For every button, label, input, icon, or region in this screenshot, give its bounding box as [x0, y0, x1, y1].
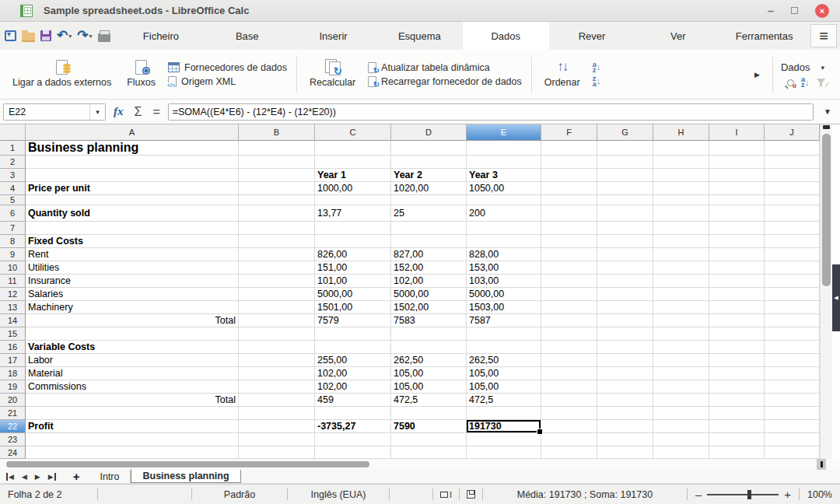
cell-G15[interactable]: [597, 327, 653, 341]
last-sheet-button[interactable]: ▶: [48, 473, 56, 481]
cell-A19[interactable]: Commissions: [26, 380, 239, 394]
expand-formula-bar-icon[interactable]: ▼: [818, 107, 837, 116]
cell-D5[interactable]: [391, 195, 467, 205]
cell-C15[interactable]: [315, 327, 391, 341]
cell-B17[interactable]: [239, 354, 315, 367]
cell-B21[interactable]: [239, 407, 315, 420]
row-header-11[interactable]: 11: [0, 275, 26, 288]
cell-C14[interactable]: 7579: [315, 314, 391, 327]
cell-B10[interactable]: [239, 261, 315, 275]
cell-F14[interactable]: [541, 314, 597, 327]
row-header-9[interactable]: 9: [0, 248, 26, 261]
cell-H13[interactable]: [653, 301, 709, 314]
cell-J11[interactable]: [765, 275, 820, 288]
cell-A11[interactable]: Insurance: [26, 275, 239, 288]
cell-E5[interactable]: [467, 195, 541, 205]
row-header-23[interactable]: 23: [0, 433, 26, 446]
cell-F2[interactable]: [541, 156, 597, 169]
cell-B14[interactable]: [239, 314, 315, 327]
cell-C10[interactable]: 151,00: [315, 261, 391, 275]
cell-B3[interactable]: [239, 169, 315, 182]
cell-G5[interactable]: [597, 195, 653, 205]
redo-dropdown-icon[interactable]: ▾: [89, 33, 93, 40]
column-header-F[interactable]: F: [541, 124, 597, 141]
cell-F7[interactable]: [541, 222, 597, 235]
cell-F20[interactable]: [541, 394, 597, 407]
cell-D23[interactable]: [391, 433, 467, 446]
tab-esquema[interactable]: Esquema: [376, 22, 463, 50]
zoom-in-button[interactable]: +: [784, 488, 791, 501]
zoom-slider-thumb[interactable]: [747, 490, 751, 499]
cell-C24[interactable]: [315, 446, 391, 459]
cell-I1[interactable]: [709, 141, 765, 156]
cell-G24[interactable]: [597, 446, 653, 459]
cell-H11[interactable]: [653, 275, 709, 288]
row-header-5[interactable]: 5: [0, 195, 26, 205]
cell-I6[interactable]: [709, 205, 765, 222]
cell-H3[interactable]: [653, 169, 709, 182]
cell-C6[interactable]: 13,77: [315, 205, 391, 222]
column-header-A[interactable]: A: [26, 124, 239, 141]
document-modified-icon[interactable]: [467, 490, 475, 499]
cell-G21[interactable]: [597, 407, 653, 420]
sort-descending-button[interactable]: za ↓: [593, 76, 601, 87]
cell-E9[interactable]: 828,00: [467, 248, 541, 261]
cell-E7[interactable]: [467, 222, 541, 235]
cell-A7[interactable]: [26, 222, 239, 235]
reload-provider-button[interactable]: ↻ Recarregar fornecedor de dados: [368, 76, 522, 87]
cell-E18[interactable]: 105,00: [467, 367, 541, 380]
cell-D18[interactable]: 105,00: [391, 367, 467, 380]
menu-button[interactable]: ≡: [810, 24, 837, 47]
cell-H17[interactable]: [653, 354, 709, 367]
cell-G3[interactable]: [597, 169, 653, 182]
cell-G16[interactable]: [597, 341, 653, 354]
cell-I4[interactable]: [709, 182, 765, 195]
cell-J12[interactable]: [765, 288, 820, 301]
row-header-2[interactable]: 2: [0, 156, 26, 169]
cell-F16[interactable]: [541, 341, 597, 354]
cell-F11[interactable]: [541, 275, 597, 288]
row-header-24[interactable]: 24: [0, 446, 26, 459]
cell-J18[interactable]: [765, 367, 820, 380]
cell-I18[interactable]: [709, 367, 765, 380]
data-provider-button[interactable]: Fornecedores de dados: [168, 62, 287, 73]
cell-I13[interactable]: [709, 301, 765, 314]
cell-F5[interactable]: [541, 195, 597, 205]
cell-C18[interactable]: 102,00: [315, 367, 391, 380]
cell-J16[interactable]: [765, 341, 820, 354]
cell-F22[interactable]: [541, 420, 597, 433]
cell-G13[interactable]: [597, 301, 653, 314]
cell-D13[interactable]: 1502,00: [391, 301, 467, 314]
cell-C11[interactable]: 101,00: [315, 275, 391, 288]
cell-B5[interactable]: [239, 195, 315, 205]
row-header-14[interactable]: 14: [0, 314, 26, 327]
cell-E22[interactable]: 191730: [467, 420, 541, 433]
cell-D15[interactable]: [391, 327, 467, 341]
cell-I11[interactable]: [709, 275, 765, 288]
cell-D7[interactable]: [391, 222, 467, 235]
cell-H10[interactable]: [653, 261, 709, 275]
cell-E20[interactable]: 472,5: [467, 394, 541, 407]
cell-E21[interactable]: [467, 407, 541, 420]
row-header-12[interactable]: 12: [0, 288, 26, 301]
cell-B1[interactable]: [239, 141, 315, 156]
cell-C8[interactable]: [315, 235, 391, 248]
cell-B19[interactable]: [239, 380, 315, 394]
cell-H2[interactable]: [653, 156, 709, 169]
cell-I16[interactable]: [709, 341, 765, 354]
cell-I22[interactable]: [709, 420, 765, 433]
link-external-data-button[interactable]: Ligar a dados externos: [5, 57, 119, 93]
cell-J8[interactable]: [765, 235, 820, 248]
cell-H4[interactable]: [653, 182, 709, 195]
cell-C22[interactable]: -3735,27: [315, 420, 391, 433]
cell-F10[interactable]: [541, 261, 597, 275]
cell-F4[interactable]: [541, 182, 597, 195]
cell-B24[interactable]: [239, 446, 315, 459]
cell-C13[interactable]: 1501,00: [315, 301, 391, 314]
zoom-out-button[interactable]: –: [695, 488, 702, 501]
cell-A4[interactable]: Price per unit: [26, 182, 239, 195]
cell-H6[interactable]: [653, 205, 709, 222]
cell-B11[interactable]: [239, 275, 315, 288]
horizontal-scrollbar[interactable]: [0, 459, 840, 470]
cell-D24[interactable]: [391, 446, 467, 459]
